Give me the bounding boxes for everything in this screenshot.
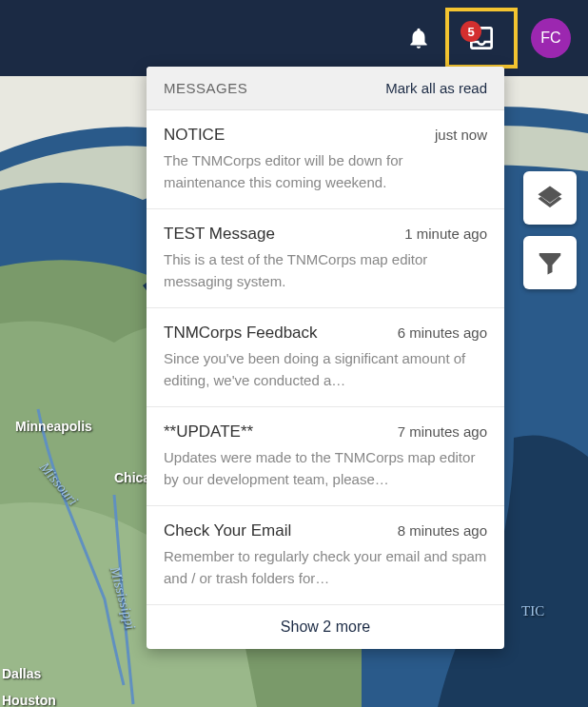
message-title: **UPDATE** <box>164 422 253 442</box>
app-bar: 5 FC <box>0 0 588 76</box>
message-body: This is a test of the TNMCorps map edito… <box>164 249 487 292</box>
layers-icon <box>536 184 564 212</box>
map-label-ocean: TIC <box>521 603 544 619</box>
message-title: Check Your Email <box>164 521 291 540</box>
messages-button-highlight: 5 <box>445 8 518 69</box>
map-label-city: Houston <box>2 693 56 707</box>
messages-button[interactable]: 5 <box>449 11 514 65</box>
message-title: NOTICE <box>164 126 225 145</box>
message-item[interactable]: Check Your Email 8 minutes ago Remember … <box>147 506 504 605</box>
message-body: Since you've been doing a significant am… <box>164 348 487 391</box>
message-body: Remember to regularly check your email a… <box>164 546 487 589</box>
filter-icon <box>536 248 564 277</box>
avatar[interactable]: FC <box>531 18 571 58</box>
filter-button[interactable] <box>523 236 577 289</box>
message-time: 7 minutes ago <box>398 423 487 440</box>
show-more-link[interactable]: Show 2 more <box>147 605 504 649</box>
message-item[interactable]: TEST Message 1 minute ago This is a test… <box>147 209 504 308</box>
message-time: 6 minutes ago <box>398 324 487 341</box>
message-item[interactable]: **UPDATE** 7 minutes ago Updates were ma… <box>147 407 504 506</box>
notifications-button[interactable] <box>398 17 440 59</box>
message-time: 8 minutes ago <box>398 522 487 539</box>
message-body: The TNMCorps editor will be down for mai… <box>164 150 487 193</box>
message-title: TEST Message <box>164 225 275 244</box>
messages-header: MESSAGES Mark all as read <box>147 67 504 110</box>
message-title: TNMCorps Feedback <box>164 324 318 343</box>
messages-header-title: MESSAGES <box>164 80 247 96</box>
bell-icon <box>406 26 431 50</box>
messages-badge: 5 <box>461 21 481 42</box>
message-item[interactable]: TNMCorps Feedback 6 minutes ago Since yo… <box>147 308 504 407</box>
map-label-city: Chica <box>114 470 150 485</box>
mark-all-read-link[interactable]: Mark all as read <box>385 80 487 96</box>
map-tools <box>523 171 577 289</box>
messages-panel: MESSAGES Mark all as read NOTICE just no… <box>147 67 504 649</box>
map-label-city: Minneapolis <box>15 419 92 434</box>
message-time: just now <box>435 127 487 143</box>
message-item[interactable]: NOTICE just now The TNMCorps editor will… <box>147 110 504 209</box>
layers-button[interactable] <box>523 171 577 225</box>
message-body: Updates were made to the TNMCorps map ed… <box>164 447 487 490</box>
message-time: 1 minute ago <box>404 226 487 242</box>
map-label-city: Dallas <box>2 666 41 681</box>
